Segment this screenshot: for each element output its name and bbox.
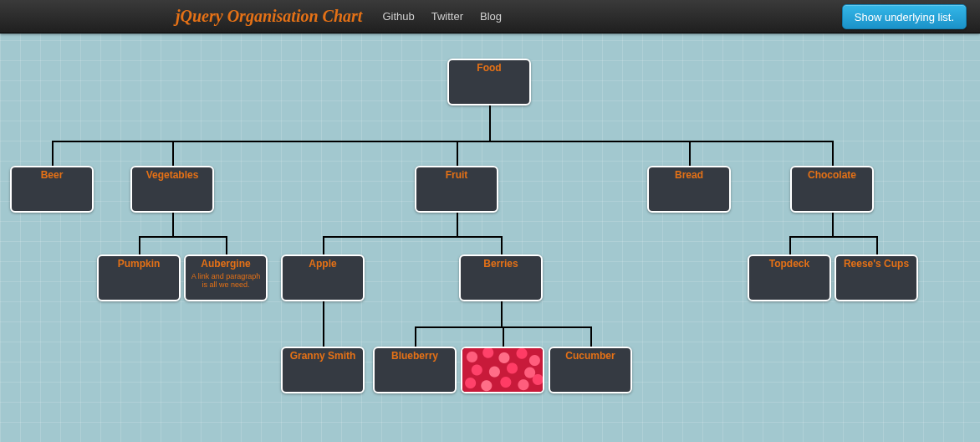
raspberries-image — [462, 348, 543, 392]
node-label: Chocolate — [808, 169, 856, 181]
node-fruit[interactable]: Fruit — [415, 166, 498, 213]
node-bread[interactable]: Bread — [647, 166, 731, 213]
node-subtext: A link and paragraph is all we need. — [189, 272, 263, 290]
node-apple[interactable]: Apple — [281, 254, 365, 301]
node-label: Berries — [483, 258, 518, 270]
node-berries[interactable]: Berries — [459, 254, 543, 301]
node-granny-smith[interactable]: Granny Smith — [281, 347, 365, 393]
node-chocolate[interactable]: Chocolate — [790, 166, 874, 213]
node-label: Beer — [41, 169, 64, 181]
node-label: Aubergine — [201, 258, 250, 270]
nav-link-twitter[interactable]: Twitter — [431, 10, 463, 23]
node-raspberry-image[interactable] — [461, 347, 544, 393]
show-underlying-list-button[interactable]: Show underlying list. — [842, 4, 967, 29]
node-label: Vegetables — [146, 169, 199, 181]
nav-link-blog[interactable]: Blog — [480, 10, 502, 23]
node-label: Food — [477, 62, 501, 74]
node-pumpkin[interactable]: Pumpkin — [97, 254, 181, 301]
nav-link-github[interactable]: Github — [382, 10, 414, 23]
node-label: Apple — [309, 258, 336, 270]
node-blueberry[interactable]: Blueberry — [373, 347, 457, 393]
org-chart: Food Beer Vegetables Fruit Bread Chocola… — [0, 33, 980, 442]
node-topdeck[interactable]: Topdeck — [748, 254, 831, 301]
node-label: Reese's Cups — [844, 258, 909, 270]
node-beer[interactable]: Beer — [10, 166, 94, 213]
node-aubergine[interactable]: Aubergine A link and paragraph is all we… — [184, 254, 268, 301]
node-label: Blueberry — [391, 350, 438, 362]
brand-title: jQuery Organisation Chart — [176, 7, 362, 26]
node-label: Cucumber — [565, 350, 615, 362]
navbar: jQuery Organisation Chart Github Twitter… — [0, 0, 980, 33]
node-label: Fruit — [446, 169, 468, 181]
node-cucumber[interactable]: Cucumber — [549, 347, 632, 393]
node-vegetables[interactable]: Vegetables — [130, 166, 214, 213]
node-food[interactable]: Food — [447, 59, 531, 105]
node-label: Pumpkin — [118, 258, 161, 270]
node-label: Bread — [675, 169, 703, 181]
node-label: Topdeck — [769, 258, 809, 270]
node-reeses[interactable]: Reese's Cups — [835, 254, 918, 301]
node-label: Granny Smith — [290, 350, 356, 362]
